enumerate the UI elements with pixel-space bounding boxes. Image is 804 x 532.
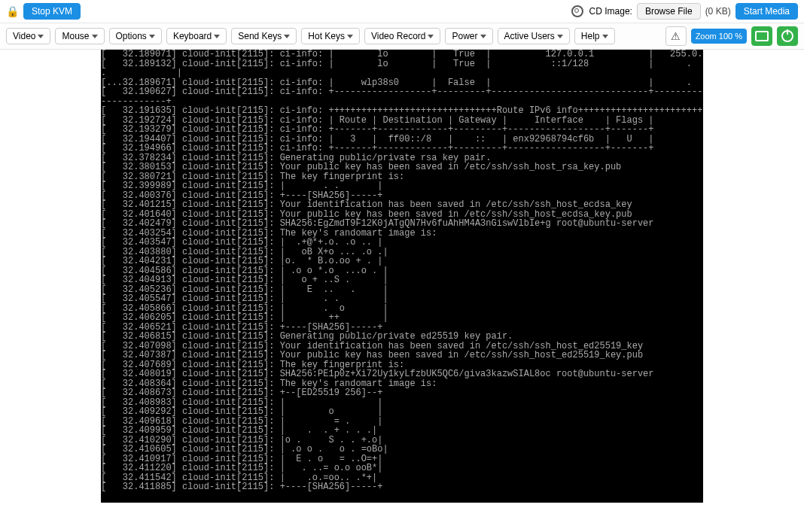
stop-kvm-button[interactable]: Stop KVM [23, 3, 81, 20]
server-power-button[interactable] [777, 26, 798, 46]
menu-label: Hot Keys [308, 31, 345, 41]
menu-hot-keys[interactable]: Hot Keys [301, 28, 360, 44]
menu-power[interactable]: Power [445, 28, 492, 44]
menu-left: Video Mouse Options Keyboard Send Keys H… [6, 28, 615, 44]
menu-label: Power [452, 31, 477, 41]
menu-video[interactable]: Video [6, 28, 50, 44]
chevron-down-icon [284, 35, 290, 38]
menu-mouse[interactable]: Mouse [55, 28, 104, 44]
menu-right: ⚠ Zoom 100 % [665, 26, 798, 46]
screen-icon [755, 31, 769, 41]
menu-label: Keyboard [173, 31, 212, 41]
chevron-down-icon [428, 35, 434, 38]
chevron-down-icon [557, 35, 563, 38]
menu-label: Options [116, 31, 147, 41]
cd-size-label: (0 KB) [705, 6, 731, 17]
warning-icon: ⚠ [671, 30, 681, 42]
menu-video-record[interactable]: Video Record [364, 28, 441, 44]
menu-bar: Video Mouse Options Keyboard Send Keys H… [0, 23, 804, 50]
chevron-down-icon [92, 35, 98, 38]
menu-options[interactable]: Options [109, 28, 162, 44]
browse-file-button[interactable]: Browse File [637, 3, 701, 20]
cd-image-label: CD Image: [589, 6, 632, 17]
lock-icon: 🔒 [6, 5, 19, 17]
cd-icon [571, 5, 583, 17]
chevron-down-icon [214, 35, 220, 38]
chevron-down-icon [347, 35, 353, 38]
menu-label: Video Record [371, 31, 426, 41]
remote-console[interactable]: [ 32.189071] cloud-init[2115]: ci-info: … [101, 50, 703, 503]
menu-label: Video [13, 31, 35, 41]
top-bar: 🔒 Stop KVM CD Image: Browse File (0 KB) … [0, 0, 804, 23]
warning-button[interactable]: ⚠ [665, 26, 687, 46]
menu-help[interactable]: Help [574, 28, 615, 44]
menu-keyboard[interactable]: Keyboard [166, 28, 227, 44]
chevron-down-icon [38, 35, 44, 38]
menu-label: Active Users [504, 31, 555, 41]
menu-label: Send Keys [238, 31, 282, 41]
power-icon [781, 30, 793, 42]
start-media-button[interactable]: Start Media [735, 3, 798, 20]
menu-send-keys[interactable]: Send Keys [231, 28, 297, 44]
menu-label: Mouse [62, 31, 89, 41]
menu-active-users[interactable]: Active Users [498, 28, 570, 44]
top-bar-left: 🔒 Stop KVM [6, 3, 81, 20]
top-bar-right: CD Image: Browse File (0 KB) Start Media [571, 3, 798, 20]
chevron-down-icon [602, 35, 608, 38]
menu-label: Help [581, 31, 600, 41]
fullscreen-button[interactable] [751, 26, 772, 46]
zoom-indicator[interactable]: Zoom 100 % [691, 29, 747, 44]
console-frame: [ 32.189071] cloud-init[2115]: ci-info: … [0, 50, 804, 512]
chevron-down-icon [149, 35, 155, 38]
chevron-down-icon [480, 35, 486, 38]
